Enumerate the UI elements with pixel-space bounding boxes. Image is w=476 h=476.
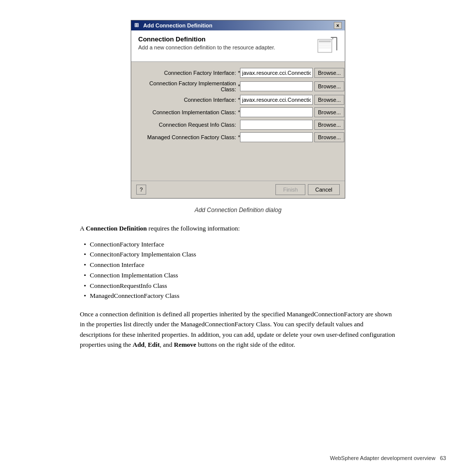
dialog-titlebar: ⊞ Add Connection Definition ×: [131, 20, 345, 30]
finish-button[interactable]: Finish: [275, 184, 305, 195]
page-number: 63: [440, 455, 446, 461]
form-row-4: Connection Request Info Class: * Browse.…: [138, 120, 338, 130]
field-input-5[interactable]: [240, 132, 313, 142]
page-content: ⊞ Add Connection Definition × Connection…: [0, 0, 476, 376]
dialog-caption: Add Connection Definition dialog: [80, 207, 396, 214]
field-input-0[interactable]: [240, 68, 313, 78]
header-text: Connection Definition Add a new connecti…: [138, 35, 275, 50]
intro-after: requires the following information:: [147, 225, 239, 232]
form-row-5: Managed Connection Factory Class: * Brow…: [138, 132, 338, 142]
header-title: Connection Definition: [138, 35, 275, 43]
titlebar-left: ⊞ Add Connection Definition: [134, 22, 213, 29]
list-item: ConnecitonFactory Implementaion Class: [80, 249, 396, 260]
browse-btn-4[interactable]: Browse...: [314, 120, 344, 130]
form-row-3: Connection Implementation Class: * Brows…: [138, 107, 338, 117]
footer-left-text: WebSphere Adapter development overview: [330, 455, 435, 461]
field-input-2[interactable]: [240, 95, 313, 105]
browse-btn-3[interactable]: Browse...: [314, 107, 344, 117]
dialog-icon: ⊞: [134, 22, 141, 29]
browse-btn-2[interactable]: Browse...: [314, 95, 344, 105]
browse-btn-0[interactable]: Browse...: [314, 68, 344, 78]
para-bold-edit: Edit: [148, 341, 160, 348]
dialog-title: Add Connection Definition: [143, 22, 213, 28]
browse-btn-5[interactable]: Browse...: [314, 132, 344, 142]
body-paragraph: Once a connection definition is defined …: [80, 309, 396, 350]
list-item: ConnectionFactory Interface: [80, 239, 396, 250]
header-subtitle: Add a new connection definition to the r…: [138, 44, 275, 50]
dialog-empty-area: [131, 151, 345, 181]
header-decoration-icon: [317, 35, 338, 56]
form-row-2: Connection Interface: * Browse...: [138, 95, 338, 105]
help-button[interactable]: ?: [136, 185, 146, 195]
field-input-1[interactable]: [240, 81, 313, 91]
cancel-button[interactable]: Cancel: [308, 184, 340, 195]
bullet-list: ConnectionFactory Interface ConnecitonFa…: [80, 239, 396, 302]
svg-rect-2: [319, 43, 331, 44]
footer-buttons: Finish Cancel: [275, 184, 340, 195]
list-item: Connection Implementation Class: [80, 270, 396, 281]
list-item: Connection Interface: [80, 260, 396, 270]
field-input-3[interactable]: [240, 107, 313, 117]
field-label-1: Connection Factory Implementation Class:: [138, 80, 238, 92]
field-label-4: Connection Request Info Class:: [138, 122, 238, 128]
list-item: ManagedConnectionFactory Class: [80, 291, 396, 301]
add-connection-definition-dialog: ⊞ Add Connection Definition × Connection…: [131, 20, 345, 199]
svg-rect-1: [319, 40, 331, 42]
form-row-0: Connection Factory Interface: * Browse..…: [138, 68, 338, 78]
dialog-body: Connection Factory Interface: * Browse..…: [131, 62, 345, 151]
intro-text: A: [80, 225, 86, 232]
field-label-5: Managed Connection Factory Class:: [138, 134, 238, 140]
field-label-3: Connection Implementation Class:: [138, 109, 238, 115]
intro-paragraph: A Connection Definition requires the fol…: [80, 224, 396, 234]
intro-bold: Connection Definition: [86, 225, 147, 232]
svg-rect-3: [319, 45, 331, 46]
close-button[interactable]: ×: [334, 22, 342, 29]
browse-btn-1[interactable]: Browse...: [314, 81, 344, 91]
para-end: buttons on the right side of the editor.: [196, 341, 295, 348]
form-row-1: Connection Factory Implementation Class:…: [138, 80, 338, 92]
svg-rect-4: [319, 47, 331, 48]
page-footer: WebSphere Adapter development overview 6…: [330, 455, 446, 461]
para-bold-add: Add: [133, 341, 145, 348]
field-label-2: Connection Interface:: [138, 97, 238, 103]
dialog-footer: ? Finish Cancel: [131, 181, 345, 198]
dialog-header: Connection Definition Add a new connecti…: [131, 30, 345, 62]
para-mid-2: , and: [160, 341, 174, 348]
list-item: ConnectionRequestInfo Class: [80, 281, 396, 291]
para-bold-remove: Remove: [174, 341, 197, 348]
field-input-4[interactable]: [240, 120, 313, 130]
field-label-0: Connection Factory Interface:: [138, 70, 238, 76]
